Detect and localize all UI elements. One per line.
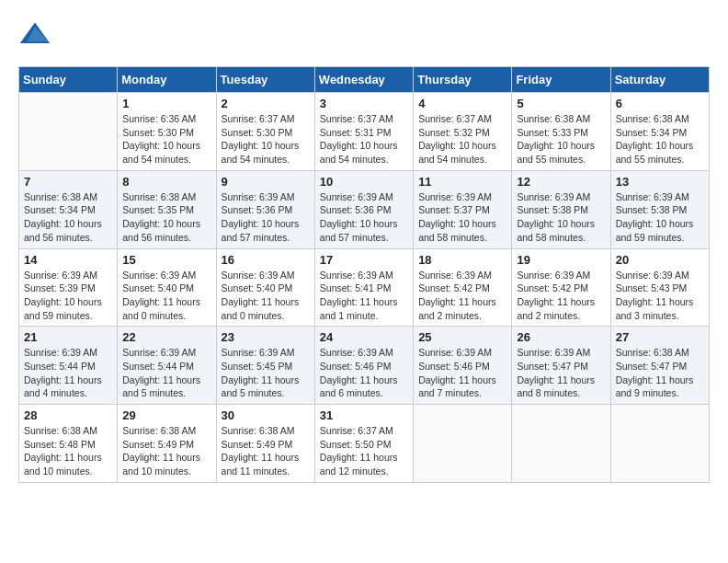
day-info: Sunrise: 6:39 AMSunset: 5:40 PMDaylight:…	[222, 269, 310, 323]
weekday-thursday: Thursday	[414, 67, 512, 93]
day-info: Sunrise: 6:39 AMSunset: 5:36 PMDaylight:…	[320, 190, 408, 245]
day-info: Sunrise: 6:37 AMSunset: 5:30 PMDaylight:…	[222, 112, 310, 167]
calendar-cell	[414, 405, 512, 483]
calendar-cell: 24Sunrise: 6:39 AMSunset: 5:46 PMDayligh…	[314, 327, 413, 405]
day-info: Sunrise: 6:39 AMSunset: 5:41 PMDaylight:…	[320, 269, 408, 323]
calendar-cell	[610, 405, 709, 483]
day-number: 26	[517, 330, 605, 344]
day-number: 28	[24, 408, 112, 422]
calendar-cell: 4Sunrise: 6:37 AMSunset: 5:32 PMDaylight…	[414, 93, 512, 171]
week-row-4: 21Sunrise: 6:39 AMSunset: 5:44 PMDayligh…	[19, 327, 710, 405]
day-info: Sunrise: 6:38 AMSunset: 5:49 PMDaylight:…	[122, 424, 210, 478]
day-number: 1	[122, 97, 210, 110]
day-info: Sunrise: 6:39 AMSunset: 5:43 PMDaylight:…	[616, 269, 704, 323]
calendar-cell: 20Sunrise: 6:39 AMSunset: 5:43 PMDayligh…	[610, 248, 709, 327]
calendar-cell: 13Sunrise: 6:39 AMSunset: 5:38 PMDayligh…	[610, 170, 709, 248]
calendar-cell: 22Sunrise: 6:39 AMSunset: 5:44 PMDayligh…	[118, 327, 216, 405]
calendar-cell: 18Sunrise: 6:39 AMSunset: 5:42 PMDayligh…	[414, 248, 512, 327]
day-info: Sunrise: 6:39 AMSunset: 5:38 PMDaylight:…	[517, 190, 605, 245]
day-info: Sunrise: 6:38 AMSunset: 5:33 PMDaylight:…	[517, 112, 605, 167]
day-number: 17	[320, 253, 408, 267]
day-number: 31	[320, 408, 408, 422]
calendar-cell: 14Sunrise: 6:39 AMSunset: 5:39 PMDayligh…	[19, 248, 118, 327]
day-info: Sunrise: 6:39 AMSunset: 5:47 PMDaylight:…	[517, 346, 605, 400]
day-info: Sunrise: 6:38 AMSunset: 5:34 PMDaylight:…	[616, 112, 704, 167]
calendar-cell	[512, 405, 610, 483]
weekday-tuesday: Tuesday	[216, 67, 314, 93]
day-info: Sunrise: 6:39 AMSunset: 5:39 PMDaylight:…	[24, 269, 112, 323]
day-number: 8	[122, 175, 210, 189]
page-header	[18, 18, 710, 52]
day-number: 7	[24, 175, 112, 189]
day-number: 25	[418, 330, 506, 344]
day-number: 5	[517, 97, 605, 110]
calendar-cell: 12Sunrise: 6:39 AMSunset: 5:38 PMDayligh…	[512, 170, 610, 248]
weekday-header-row: SundayMondayTuesdayWednesdayThursdayFrid…	[19, 67, 710, 93]
day-info: Sunrise: 6:39 AMSunset: 5:46 PMDaylight:…	[320, 346, 408, 400]
day-info: Sunrise: 6:37 AMSunset: 5:32 PMDaylight:…	[418, 112, 506, 167]
day-info: Sunrise: 6:39 AMSunset: 5:37 PMDaylight:…	[418, 190, 506, 245]
weekday-sunday: Sunday	[19, 67, 118, 93]
calendar-table: SundayMondayTuesdayWednesdayThursdayFrid…	[18, 66, 710, 483]
day-number: 10	[320, 175, 408, 189]
day-number: 23	[222, 330, 310, 344]
calendar-cell: 2Sunrise: 6:37 AMSunset: 5:30 PMDaylight…	[216, 93, 314, 171]
calendar-cell: 27Sunrise: 6:38 AMSunset: 5:47 PMDayligh…	[610, 327, 709, 405]
day-number: 3	[320, 97, 408, 110]
week-row-1: 1Sunrise: 6:36 AMSunset: 5:30 PMDaylight…	[19, 93, 710, 171]
weekday-wednesday: Wednesday	[314, 67, 413, 93]
day-number: 9	[222, 175, 310, 189]
day-info: Sunrise: 6:37 AMSunset: 5:50 PMDaylight:…	[320, 424, 408, 478]
day-number: 4	[418, 97, 506, 110]
day-info: Sunrise: 6:39 AMSunset: 5:44 PMDaylight:…	[24, 346, 112, 400]
calendar-cell: 16Sunrise: 6:39 AMSunset: 5:40 PMDayligh…	[216, 248, 314, 327]
day-number: 6	[616, 97, 704, 110]
day-number: 16	[222, 253, 310, 267]
day-info: Sunrise: 6:39 AMSunset: 5:42 PMDaylight:…	[418, 269, 506, 323]
week-row-3: 14Sunrise: 6:39 AMSunset: 5:39 PMDayligh…	[19, 248, 710, 327]
logo-icon	[18, 18, 51, 52]
day-number: 15	[122, 253, 210, 267]
day-info: Sunrise: 6:39 AMSunset: 5:46 PMDaylight:…	[418, 346, 506, 400]
day-number: 24	[320, 330, 408, 344]
day-number: 29	[122, 408, 210, 422]
week-row-5: 28Sunrise: 6:38 AMSunset: 5:48 PMDayligh…	[19, 405, 710, 483]
weekday-friday: Friday	[512, 67, 610, 93]
calendar-cell: 8Sunrise: 6:38 AMSunset: 5:35 PMDaylight…	[118, 170, 216, 248]
calendar-cell: 25Sunrise: 6:39 AMSunset: 5:46 PMDayligh…	[414, 327, 512, 405]
day-number: 30	[222, 408, 310, 422]
day-info: Sunrise: 6:38 AMSunset: 5:35 PMDaylight:…	[122, 190, 210, 245]
day-info: Sunrise: 6:38 AMSunset: 5:47 PMDaylight:…	[616, 346, 704, 400]
day-info: Sunrise: 6:38 AMSunset: 5:49 PMDaylight:…	[222, 424, 310, 478]
day-number: 11	[418, 175, 506, 189]
day-info: Sunrise: 6:39 AMSunset: 5:38 PMDaylight:…	[616, 190, 704, 245]
calendar-cell: 17Sunrise: 6:39 AMSunset: 5:41 PMDayligh…	[314, 248, 413, 327]
day-info: Sunrise: 6:38 AMSunset: 5:34 PMDaylight:…	[24, 190, 112, 245]
calendar-cell: 26Sunrise: 6:39 AMSunset: 5:47 PMDayligh…	[512, 327, 610, 405]
day-info: Sunrise: 6:39 AMSunset: 5:44 PMDaylight:…	[122, 346, 210, 400]
day-number: 21	[24, 330, 112, 344]
day-info: Sunrise: 6:38 AMSunset: 5:48 PMDaylight:…	[24, 424, 112, 478]
calendar-cell: 9Sunrise: 6:39 AMSunset: 5:36 PMDaylight…	[216, 170, 314, 248]
day-number: 2	[222, 97, 310, 110]
calendar-cell: 21Sunrise: 6:39 AMSunset: 5:44 PMDayligh…	[19, 327, 118, 405]
calendar-cell: 7Sunrise: 6:38 AMSunset: 5:34 PMDaylight…	[19, 170, 118, 248]
calendar-cell: 6Sunrise: 6:38 AMSunset: 5:34 PMDaylight…	[610, 93, 709, 171]
calendar-cell: 1Sunrise: 6:36 AMSunset: 5:30 PMDaylight…	[118, 93, 216, 171]
calendar-cell: 30Sunrise: 6:38 AMSunset: 5:49 PMDayligh…	[216, 405, 314, 483]
calendar-cell: 5Sunrise: 6:38 AMSunset: 5:33 PMDaylight…	[512, 93, 610, 171]
day-number: 13	[616, 175, 704, 189]
calendar-cell: 19Sunrise: 6:39 AMSunset: 5:42 PMDayligh…	[512, 248, 610, 327]
logo	[18, 18, 57, 52]
day-info: Sunrise: 6:37 AMSunset: 5:31 PMDaylight:…	[320, 112, 408, 167]
week-row-2: 7Sunrise: 6:38 AMSunset: 5:34 PMDaylight…	[19, 170, 710, 248]
day-number: 20	[616, 253, 704, 267]
calendar-cell: 31Sunrise: 6:37 AMSunset: 5:50 PMDayligh…	[314, 405, 413, 483]
day-number: 12	[517, 175, 605, 189]
day-info: Sunrise: 6:39 AMSunset: 5:36 PMDaylight:…	[222, 190, 310, 245]
calendar-cell: 28Sunrise: 6:38 AMSunset: 5:48 PMDayligh…	[19, 405, 118, 483]
calendar-cell: 15Sunrise: 6:39 AMSunset: 5:40 PMDayligh…	[118, 248, 216, 327]
day-number: 19	[517, 253, 605, 267]
day-info: Sunrise: 6:39 AMSunset: 5:45 PMDaylight:…	[222, 346, 310, 400]
day-info: Sunrise: 6:39 AMSunset: 5:42 PMDaylight:…	[517, 269, 605, 323]
